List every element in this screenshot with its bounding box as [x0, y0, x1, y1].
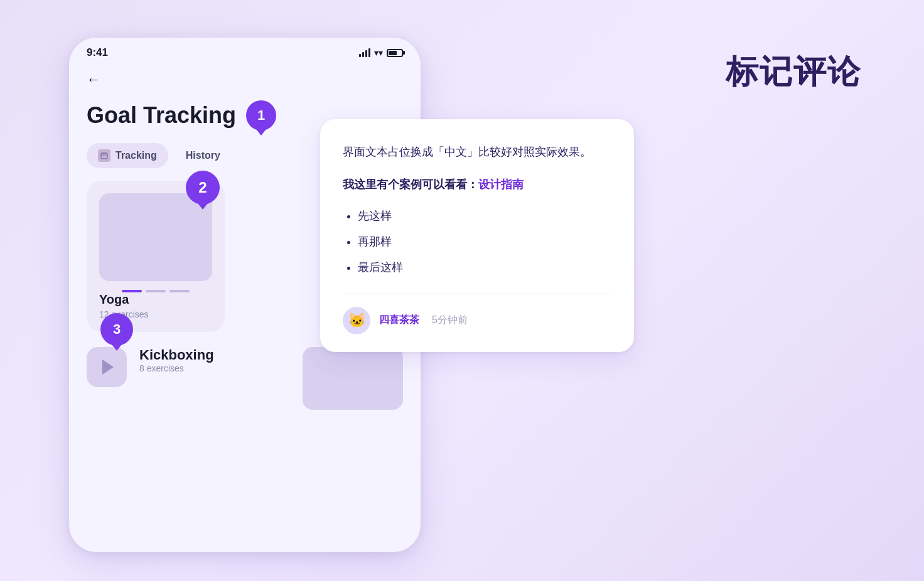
signal-icon	[359, 48, 370, 57]
comment-highlight-line: 我这里有个案例可以看看：设计指南	[343, 174, 611, 195]
calendar-icon	[98, 149, 110, 162]
yoga-card[interactable]: 2 Yoga 12 exercises	[87, 181, 225, 332]
tab-tracking-label: Tracking	[115, 150, 157, 161]
tab-tracking[interactable]: Tracking	[87, 143, 168, 168]
svg-rect-0	[101, 153, 107, 159]
kickboxing-thumbnail	[303, 347, 403, 410]
scroll-dot-2	[146, 290, 166, 292]
play-icon	[102, 360, 114, 375]
page-title: 标记评论	[726, 50, 861, 94]
status-bar: 9:41 ▾▾	[69, 38, 421, 65]
yoga-thumbnail	[99, 193, 212, 281]
status-time: 9:41	[87, 46, 108, 59]
goal-title: Goal Tracking	[87, 103, 236, 128]
back-arrow-icon: ←	[87, 72, 100, 87]
comment-main-text: 界面文本占位换成「中文」比较好对照实际效果。	[343, 142, 611, 162]
comment-highlight-text: 我这里有个案例可以看看：	[343, 178, 478, 191]
comment-footer: 🐱 四喜茶茶 5分钟前	[343, 294, 611, 334]
avatar: 🐱	[343, 307, 370, 334]
author-name: 四喜茶茶	[379, 314, 419, 327]
list-item-3: 最后这样	[358, 259, 611, 276]
list-item-1: 先这样	[358, 208, 611, 225]
comment-link[interactable]: 设计指南	[478, 178, 524, 191]
annotation-badge-3: 3	[100, 313, 133, 346]
status-icons: ▾▾	[359, 48, 403, 58]
back-button[interactable]: ←	[69, 65, 421, 94]
tab-history-label: History	[186, 150, 220, 161]
list-item-2: 再那样	[358, 233, 611, 250]
annotation-badge-1: 1	[246, 100, 276, 131]
tab-history[interactable]: History	[175, 143, 232, 168]
annotation-badge-2: 2	[186, 171, 220, 205]
comment-list: 先这样 再那样 最后这样	[343, 208, 611, 276]
comment-card: 界面文本占位换成「中文」比较好对照实际效果。 我这里有个案例可以看看：设计指南 …	[320, 119, 634, 352]
wifi-icon: ▾▾	[374, 48, 383, 58]
comment-time: 5分钟前	[432, 314, 468, 327]
battery-icon	[387, 49, 403, 57]
scroll-dot-3	[169, 290, 190, 292]
kickboxing-count: 8 exercises	[139, 363, 290, 373]
play-button[interactable]	[87, 347, 127, 387]
kickboxing-info: Kickboxing 8 exercises	[139, 347, 290, 373]
yoga-name: Yoga	[99, 292, 212, 307]
kickboxing-name: Kickboxing	[139, 347, 290, 363]
